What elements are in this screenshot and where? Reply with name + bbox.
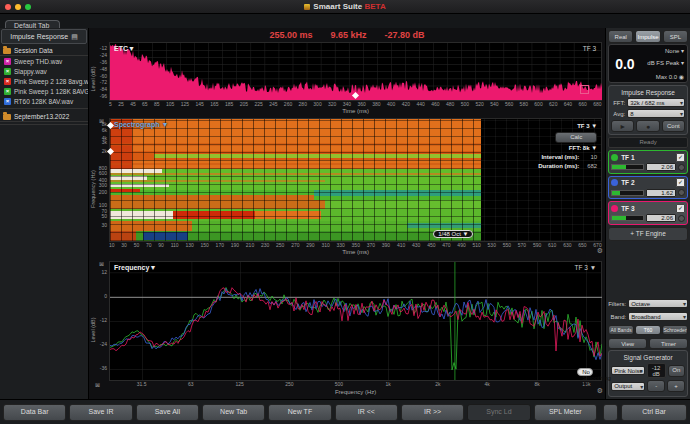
x-tick-label: 330 bbox=[336, 242, 344, 248]
calc-button[interactable]: Calc bbox=[555, 132, 597, 143]
file-name: Slappy.wav bbox=[14, 68, 47, 75]
x-tick-label: 500 bbox=[461, 101, 469, 107]
octave-resolution-dropdown[interactable]: 1/48 Oct ▼ bbox=[433, 230, 473, 238]
waveform-file-icon: × bbox=[4, 68, 11, 75]
app-icon bbox=[304, 4, 310, 10]
tf-radio-button[interactable] bbox=[678, 164, 685, 171]
filters-select[interactable]: Octave bbox=[628, 299, 688, 308]
tf-delay-value[interactable]: 2.06 bbox=[646, 163, 676, 171]
toolbar-button-sync-ld[interactable]: Sync Ld bbox=[467, 404, 530, 421]
sidebar-folder[interactable]: September13.2022 bbox=[0, 111, 88, 122]
band-button-schroeder[interactable]: Schroeder bbox=[662, 325, 688, 335]
mode-button-real-time[interactable]: Real Time bbox=[608, 30, 633, 43]
mode-button-impulse[interactable]: Impulse bbox=[635, 30, 660, 43]
add-tf-engine-button[interactable]: + TF Engine bbox=[608, 227, 688, 241]
x-tick-label: 360 bbox=[358, 101, 366, 107]
toolbar-button-save-ir[interactable]: Save IR bbox=[69, 404, 132, 421]
signal-plus-button[interactable]: + bbox=[667, 380, 685, 392]
spectrograph-settings-gear-icon[interactable]: ⚙ bbox=[597, 247, 603, 255]
file-name: Pink Sweep 1 128K 8AVG.wav bbox=[14, 88, 88, 95]
frequency-cursor-line[interactable] bbox=[454, 262, 455, 380]
spectrograph-plot[interactable]: Spectrograph ▼ TF 3 ▼ Calc FFT: 8k ▼ Int… bbox=[109, 118, 602, 242]
toolbar-button-new-tab[interactable]: New Tab bbox=[202, 404, 265, 421]
toolbar-button-ir-[interactable]: IR << bbox=[335, 404, 398, 421]
y-tick-label: 300 bbox=[99, 182, 107, 188]
smoothing-dropdown[interactable]: No Smoothing ▼ bbox=[577, 368, 593, 376]
tf-engine-row[interactable]: TF 2✓1.62 bbox=[608, 176, 688, 200]
toolbar-button-ir-[interactable]: IR >> bbox=[401, 404, 464, 421]
tf-delay-value[interactable]: 1.62 bbox=[646, 189, 676, 197]
signal-route-select[interactable]: Output bbox=[611, 382, 645, 391]
toolbar-button-new-tf[interactable]: New TF bbox=[268, 404, 331, 421]
freq-trace-tf1 bbox=[110, 288, 602, 371]
spectrograph-title-dropdown[interactable]: Spectrograph ▼ bbox=[114, 121, 168, 128]
mode-button-spl[interactable]: SPL bbox=[663, 30, 688, 43]
signal-on-button[interactable]: On bbox=[668, 365, 685, 377]
x-tick-label: 520 bbox=[475, 101, 483, 107]
band-select[interactable]: Broadband bbox=[628, 312, 688, 321]
frequency-settings-gear-icon[interactable]: ⚙ bbox=[597, 387, 603, 395]
tf-radio-button[interactable] bbox=[678, 215, 685, 222]
frequency-tf-dropdown[interactable]: TF 3 ▼ bbox=[575, 264, 597, 271]
frequency-bottom-collapse-icon[interactable]: ⊠ bbox=[95, 381, 100, 388]
spectrograph-fft-dropdown[interactable]: FFT: 8k ▼ bbox=[538, 144, 597, 153]
avg-select[interactable]: 8 bbox=[627, 109, 685, 118]
signal-type-select[interactable]: Pink Noise bbox=[611, 366, 644, 375]
duration-value[interactable]: 682 bbox=[579, 162, 597, 171]
ctrl-bar-button[interactable]: Ctrl Bar bbox=[621, 404, 687, 421]
play-button[interactable]: ► bbox=[611, 120, 634, 132]
freq-trace-tf2 bbox=[110, 289, 602, 360]
etc-x-axis-label: Time (ms) bbox=[109, 108, 602, 114]
band-button-all-bands[interactable]: All Bands bbox=[608, 325, 634, 335]
readout-frequency: 9.65 kHz bbox=[331, 30, 367, 40]
meter-value: 0.0 bbox=[615, 56, 634, 72]
meter-source-dropdown[interactable]: None ▾ bbox=[665, 47, 684, 54]
sidebar-folder[interactable]: Session Data bbox=[0, 45, 88, 56]
x-tick-label: 210 bbox=[246, 242, 254, 248]
view-button[interactable]: View bbox=[608, 338, 647, 349]
spectrograph-collapse-icon[interactable]: ⊠ bbox=[99, 117, 104, 124]
etc-title-dropdown[interactable]: ETC▼ bbox=[114, 45, 135, 52]
interval-value[interactable]: 10 bbox=[579, 153, 597, 162]
sidebar-file-item[interactable]: ×Slappy.wav bbox=[0, 66, 88, 76]
sidebar-file-item[interactable]: ×Pink Sweep 1 128K 8AVG.wav bbox=[0, 86, 88, 96]
sidebar-file-item[interactable]: ×RT60 128K 8AV.wav bbox=[0, 96, 88, 106]
frequency-title-dropdown[interactable]: Frequency▼ bbox=[114, 264, 156, 271]
sidebar-file-item[interactable]: ×Pink Sweep 2 128 8avg.wav bbox=[0, 76, 88, 86]
fft-select[interactable]: 32k / 682 ms bbox=[627, 98, 685, 107]
signal-minus-button[interactable]: - bbox=[647, 380, 665, 392]
spectrograph-tf-dropdown[interactable]: TF 3 ▼ bbox=[538, 122, 597, 131]
etc-tf-label: TF 3 bbox=[583, 45, 596, 52]
meter-max[interactable]: Max 0.0 ◉ bbox=[656, 73, 684, 80]
tf-enabled-checkbox[interactable]: ✓ bbox=[676, 204, 685, 213]
control-panel: Real TimeImpulseSPL None ▾ 0.0 dB FS Pea… bbox=[605, 28, 690, 400]
spectrograph-x-axis-label: Time (ms) bbox=[109, 249, 602, 255]
y-tick-label: 100 bbox=[99, 202, 107, 208]
meter-unit-dropdown[interactable]: dB FS Peak ▾ bbox=[647, 59, 684, 66]
x-tick-label: 31.5 bbox=[137, 381, 147, 387]
continuous-button[interactable]: Cont bbox=[662, 120, 685, 132]
sidebar-header[interactable]: Impulse Response ▤ bbox=[1, 29, 87, 44]
etc-plot[interactable]: ETC▼ TF 3 bbox=[109, 42, 602, 101]
frequency-collapse-icon[interactable]: ⊠ bbox=[99, 260, 104, 267]
tf-delay-value[interactable]: 2.06 bbox=[646, 214, 676, 222]
tf-engine-row[interactable]: TF 3✓2.06 bbox=[608, 201, 688, 225]
record-button[interactable]: ● bbox=[636, 120, 659, 132]
band-button-t60[interactable]: T60 bbox=[635, 325, 661, 335]
frequency-plot[interactable]: Frequency▼ TF 3 ▼ No Smoothing ▼ bbox=[109, 261, 602, 381]
signal-level-value[interactable]: -12 dB bbox=[647, 363, 666, 378]
y-tick-label: 50 bbox=[101, 213, 107, 219]
tf-enabled-checkbox[interactable]: ✓ bbox=[676, 178, 685, 187]
toolbar-button-save-all[interactable]: Save All bbox=[136, 404, 199, 421]
tf-engine-row[interactable]: TF 1✓2.06 bbox=[608, 150, 688, 174]
tf-enabled-checkbox[interactable]: ✓ bbox=[676, 153, 685, 162]
sidebar-file-item[interactable]: ×Sweep THD.wav bbox=[0, 56, 88, 66]
toolbar-mini-button[interactable] bbox=[603, 404, 618, 421]
waveform-file-icon: × bbox=[4, 98, 11, 105]
etc-selection-tool-icon[interactable] bbox=[580, 85, 589, 94]
timer-button[interactable]: Timer bbox=[649, 338, 688, 349]
tf-radio-button[interactable] bbox=[678, 189, 685, 196]
toolbar-button-spl-meter[interactable]: SPL Meter bbox=[534, 404, 597, 421]
toolbar-button-data-bar[interactable]: Data Bar bbox=[3, 404, 66, 421]
x-tick-label: 30 bbox=[121, 242, 127, 248]
